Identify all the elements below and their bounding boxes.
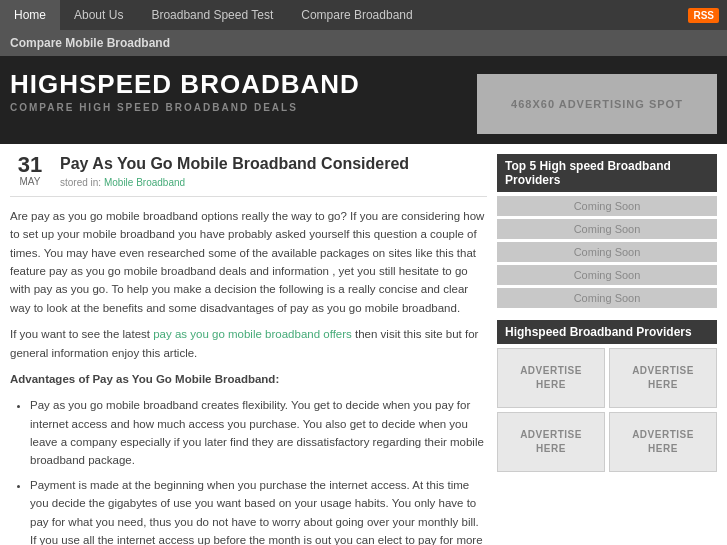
providers-section: Highspeed Broadband Providers ADVERTISEH… bbox=[497, 320, 717, 472]
providers-title: Highspeed Broadband Providers bbox=[497, 320, 717, 344]
coming-soon-1: Coming Soon bbox=[497, 196, 717, 216]
article-link[interactable]: pay as you go mobile broadband offers bbox=[153, 328, 352, 340]
coming-soon-2: Coming Soon bbox=[497, 219, 717, 239]
date-month: MAY bbox=[10, 176, 50, 187]
advertising-banner[interactable]: 468X60 ADVERTISING SPOT bbox=[477, 74, 717, 134]
hero-banner: HIGHSPEED BROADBAND COMPARE HIGH SPEED B… bbox=[0, 56, 727, 144]
article-title: Pay As You Go Mobile Broadband Considere… bbox=[60, 154, 409, 175]
article-body: Are pay as you go mobile broadband optio… bbox=[10, 207, 487, 545]
article-title-block: Pay As You Go Mobile Broadband Considere… bbox=[60, 154, 409, 188]
nav-compare[interactable]: Compare Broadband bbox=[287, 0, 426, 30]
subnav-label: Compare Mobile Broadband bbox=[10, 36, 170, 50]
article-meta: stored in: Mobile Broadband bbox=[60, 177, 409, 188]
sidebar: Top 5 High speed Broadband Providers Com… bbox=[497, 154, 717, 545]
advertise-grid: ADVERTISEHERE ADVERTISEHERE ADVERTISEHER… bbox=[497, 348, 717, 472]
date-day: 31 bbox=[10, 154, 50, 176]
advantages-heading: Advantages of Pay as You Go Mobile Broad… bbox=[10, 373, 279, 385]
advertise-box-2[interactable]: ADVERTISEHERE bbox=[609, 348, 717, 408]
list-item: Payment is made at the beginning when yo… bbox=[30, 476, 487, 545]
top5-section: Top 5 High speed Broadband Providers Com… bbox=[497, 154, 717, 308]
site-title: HIGHSPEED BROADBAND bbox=[10, 70, 360, 99]
advertise-box-1[interactable]: ADVERTISEHERE bbox=[497, 348, 605, 408]
article-date: 31 MAY bbox=[10, 154, 50, 187]
rss-badge[interactable]: RSS bbox=[688, 8, 719, 23]
hero-text: HIGHSPEED BROADBAND COMPARE HIGH SPEED B… bbox=[10, 70, 360, 113]
sub-navigation: Compare Mobile Broadband bbox=[0, 30, 727, 56]
advertise-box-3[interactable]: ADVERTISEHERE bbox=[497, 412, 605, 472]
coming-soon-3: Coming Soon bbox=[497, 242, 717, 262]
nav-about[interactable]: About Us bbox=[60, 0, 137, 30]
site-subtitle: COMPARE HIGH SPEED BROADBAND DEALS bbox=[10, 102, 360, 113]
top-navigation: Home About Us Broadband Speed Test Compa… bbox=[0, 0, 727, 30]
article-header: 31 MAY Pay As You Go Mobile Broadband Co… bbox=[10, 154, 487, 197]
nav-home[interactable]: Home bbox=[0, 0, 60, 30]
coming-soon-4: Coming Soon bbox=[497, 265, 717, 285]
top5-title: Top 5 High speed Broadband Providers bbox=[497, 154, 717, 192]
list-item: Pay as you go mobile broadband creates f… bbox=[30, 396, 487, 470]
article-para-2: If you want to see the latest pay as you… bbox=[10, 325, 487, 362]
article-para-1: Are pay as you go mobile broadband optio… bbox=[10, 207, 487, 317]
coming-soon-5: Coming Soon bbox=[497, 288, 717, 308]
article-category-link[interactable]: Mobile Broadband bbox=[104, 177, 185, 188]
article-content: 31 MAY Pay As You Go Mobile Broadband Co… bbox=[10, 154, 487, 545]
main-content: 31 MAY Pay As You Go Mobile Broadband Co… bbox=[0, 144, 727, 545]
bullet-list: Pay as you go mobile broadband creates f… bbox=[30, 396, 487, 545]
advertise-box-4[interactable]: ADVERTISEHERE bbox=[609, 412, 717, 472]
nav-speed-test[interactable]: Broadband Speed Test bbox=[137, 0, 287, 30]
